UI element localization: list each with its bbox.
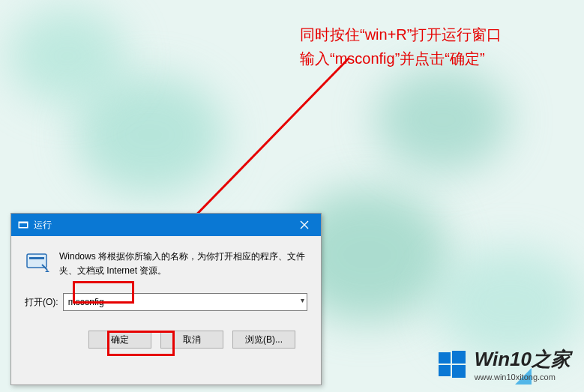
ok-button[interactable]: 确定: [88, 331, 151, 349]
dialog-description: Windows 将根据你所输入的名称，为你打开相应的程序、文件夹、文档或 Int…: [59, 250, 307, 278]
watermark-brand: Win10之家: [475, 346, 571, 373]
annotation-line-2: 输入“msconfig”并点击“确定”: [300, 46, 502, 70]
svg-marker-5: [45, 270, 49, 272]
watermark: Win10之家 www.win10xitong.com: [437, 346, 571, 382]
watermark-url: www.win10xitong.com: [475, 373, 556, 382]
svg-rect-9: [452, 365, 466, 378]
close-button[interactable]: [288, 214, 321, 236]
annotation-line-1: 同时按住“win+R”打开运行窗口: [300, 22, 502, 46]
open-input[interactable]: [63, 293, 307, 311]
close-icon: [300, 220, 309, 229]
run-dialog-icon: [25, 250, 50, 275]
dialog-title: 运行: [34, 219, 288, 232]
open-label: 打开(O):: [25, 296, 58, 309]
cancel-button[interactable]: 取消: [160, 331, 223, 349]
svg-rect-4: [29, 257, 44, 259]
svg-rect-8: [439, 365, 451, 376]
browse-button[interactable]: 浏览(B)...: [232, 331, 295, 349]
svg-rect-7: [452, 351, 466, 364]
run-dialog: 运行 Windows 将根据你所输入的名称，为你打开相应的程序、文件夹、文档或 …: [10, 213, 322, 385]
annotation-text: 同时按住“win+R”打开运行窗口 输入“msconfig”并点击“确定”: [300, 22, 502, 70]
open-combobox[interactable]: ▾: [63, 293, 307, 311]
svg-rect-2: [19, 223, 27, 227]
windows-logo-icon: [437, 349, 467, 379]
run-title-icon: [17, 219, 29, 231]
titlebar: 运行: [11, 214, 321, 236]
svg-rect-6: [439, 352, 451, 364]
